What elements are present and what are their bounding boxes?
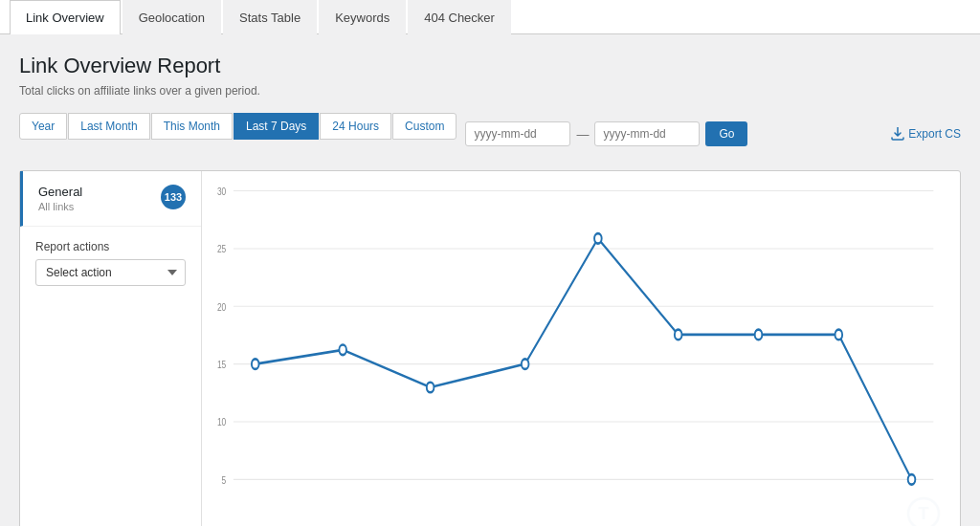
y-label-20: 20 (217, 300, 227, 313)
sidebar-item-name: General (38, 185, 161, 199)
page-content: Link Overview Report Total clicks on aff… (0, 34, 980, 526)
chart-dot-4 (522, 359, 529, 369)
tab-geolocation[interactable]: Geolocation (122, 0, 221, 34)
report-actions-label: Report actions (35, 240, 186, 253)
y-label-5: 5 (222, 473, 227, 486)
date-range-inputs: — Go (465, 121, 747, 146)
chart-polyline (256, 238, 912, 479)
date-from-input[interactable] (465, 121, 570, 146)
period-tab-24-hours[interactable]: 24 Hours (320, 113, 391, 140)
top-nav: Link Overview Geolocation Stats Table Ke… (0, 0, 980, 34)
export-csv-button[interactable]: Export CS (891, 127, 961, 141)
page-title: Link Overview Report (19, 54, 961, 78)
chart-dot-9 (908, 474, 916, 485)
chart-dot-1 (252, 359, 259, 369)
export-label: Export CS (908, 127, 961, 141)
chart-dot-2 (339, 345, 346, 356)
main-area: General All links 133 Report actions Sel… (19, 170, 961, 526)
sidebar-general-item[interactable]: General All links 133 (20, 171, 201, 227)
period-tab-this-month[interactable]: This Month (151, 113, 233, 140)
chart-dot-3 (427, 383, 434, 393)
sidebar-item-sub: All links (38, 201, 161, 212)
period-tab-last-month[interactable]: Last Month (68, 113, 149, 140)
period-tab-year[interactable]: Year (19, 113, 67, 140)
select-action-dropdown[interactable]: Select action Export CSV Export PDF (35, 259, 186, 286)
period-tab-last-7-days[interactable]: Last 7 Days (234, 113, 319, 140)
chart-dot-5 (594, 233, 602, 244)
chart-dot-6 (675, 330, 682, 340)
period-tab-custom[interactable]: Custom (392, 113, 457, 140)
tab-link-overview[interactable]: Link Overview (10, 0, 121, 34)
watermark-svg: T (906, 496, 941, 526)
date-separator: — (576, 127, 589, 142)
chart-dot-8 (835, 330, 843, 340)
report-actions: Report actions Select action Export CSV … (20, 227, 201, 299)
sidebar-item-info: General All links (38, 185, 161, 212)
page-subtitle: Total clicks on affiliate links over a g… (19, 84, 961, 98)
svg-text:T: T (919, 504, 929, 523)
tab-keywords[interactable]: Keywords (319, 0, 406, 34)
line-chart: 30 25 20 15 10 5 (212, 181, 941, 525)
tab-404-checker[interactable]: 404 Checker (408, 0, 511, 34)
period-filter-row: Year Last Month This Month Last 7 Days 2… (19, 113, 961, 155)
sidebar: General All links 133 Report actions Sel… (20, 171, 202, 526)
go-button[interactable]: Go (705, 121, 747, 146)
tab-stats-table[interactable]: Stats Table (223, 0, 317, 34)
period-tabs: Year Last Month This Month Last 7 Days 2… (19, 113, 456, 140)
y-label-10: 10 (217, 416, 227, 428)
y-label-25: 25 (217, 243, 227, 255)
chart-area: 30 25 20 15 10 5 (202, 171, 960, 526)
y-label-15: 15 (217, 359, 227, 371)
date-to-input[interactable] (594, 121, 700, 146)
sidebar-badge: 133 (161, 185, 186, 209)
export-icon (891, 127, 904, 141)
chart-dot-7 (755, 330, 763, 340)
y-label-30: 30 (217, 185, 227, 197)
watermark-icon: T (906, 496, 941, 526)
